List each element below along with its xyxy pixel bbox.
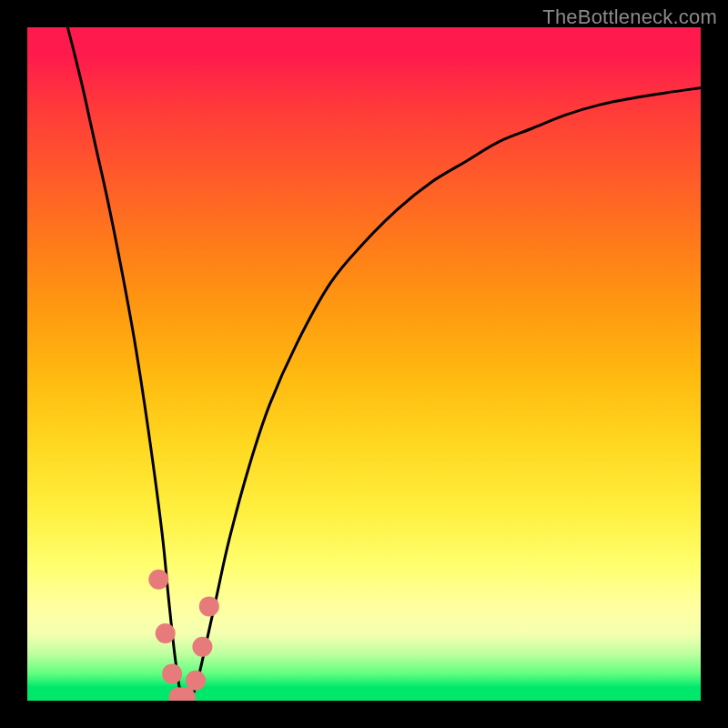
- valley-marker: [162, 663, 182, 683]
- plot-area: [27, 27, 701, 701]
- valley-marker: [156, 623, 176, 643]
- valley-marker: [192, 637, 212, 657]
- watermark-text: TheBottleneck.com: [542, 5, 717, 29]
- valley-marker: [199, 596, 219, 616]
- outer-frame: TheBottleneck.com: [0, 0, 728, 728]
- bottleneck-curve: [67, 27, 701, 701]
- valley-marker: [186, 671, 206, 691]
- valley-marker: [148, 570, 168, 590]
- chart-svg: [27, 27, 701, 701]
